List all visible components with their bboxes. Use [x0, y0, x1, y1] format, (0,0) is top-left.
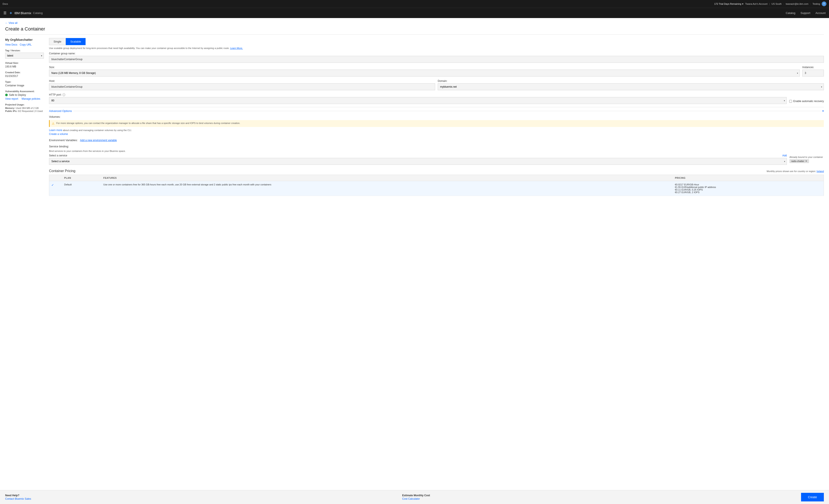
brand: ✦ IBM Bluemix Catalog	[9, 10, 43, 16]
public-ips-usage: Public IPs: 0/2 Requested | 0 Used	[5, 110, 44, 112]
volumes-learn-more-link[interactable]: Learn more	[49, 129, 62, 132]
projected-usage-section: Projected Usage: Memory: Used 384 MB of …	[5, 103, 44, 112]
pricing-table-body: ✓ Default Use one or more containers fre…	[49, 181, 824, 196]
back-icon: ←	[5, 22, 8, 25]
size-col: Size: Nano (128 MB Memory, 8 GB Storage)…	[49, 66, 800, 76]
pricing-col-plan: PLAN	[62, 175, 101, 181]
bound-service-name: radis-chatter	[791, 160, 804, 162]
size-label: Size:	[49, 66, 800, 69]
type-label: Type:	[5, 81, 44, 83]
manage-policies-link[interactable]: Manage policies	[22, 97, 40, 100]
http-col: HTTP port: i 80 ▾	[49, 93, 787, 104]
pricing-region: Monthly prices shown are for country or …	[767, 170, 824, 172]
learn-more-link[interactable]: Learn More.	[230, 47, 243, 49]
tab-scalable[interactable]: Scalable	[66, 38, 85, 45]
back-label: View all	[9, 22, 17, 25]
vuln-green-dot	[5, 94, 8, 96]
add-service-link[interactable]: Add	[782, 154, 787, 157]
service-binding-label: Service binding:	[49, 145, 824, 148]
domain-select[interactable]: mybluemix.net	[438, 83, 824, 90]
catalog-nav-label: Catalog	[33, 11, 43, 14]
service-label-row: Select a service Add	[49, 154, 787, 157]
pricing-region-text: Monthly prices shown are for country or …	[767, 170, 816, 172]
http-port-select[interactable]: 80	[49, 97, 787, 104]
domain-select-wrapper: mybluemix.net ▾	[438, 83, 824, 90]
pricing-title: Container Pricing	[49, 169, 75, 173]
docs-link[interactable]: Docs	[3, 3, 8, 5]
domain-col: Domain: mybluemix.net ▾	[438, 79, 824, 90]
auto-recovery-row: Enable automatic recovery	[789, 100, 824, 104]
http-row: HTTP port: i 80 ▾ Enable automatic recov	[49, 93, 824, 104]
back-link[interactable]: ← View all	[5, 22, 824, 25]
view-report-link[interactable]: View report	[5, 97, 18, 100]
domain-label: Domain:	[438, 79, 824, 82]
main-layout: My Org/bluechatter View Docs Copy URL Ta…	[5, 38, 824, 213]
host-label: Host:	[49, 79, 435, 82]
remove-bound-service-icon[interactable]: ✕	[805, 160, 807, 163]
container-group-name-input[interactable]	[49, 56, 824, 63]
created-date-value: 01/23/2017	[5, 75, 44, 78]
sidebar-org-path: My Org/bluechatter	[5, 38, 44, 41]
view-docs-link[interactable]: View Docs	[5, 43, 17, 46]
host-domain-row: Host: Domain: mybluemix.net ▾	[49, 79, 824, 90]
add-env-var-link[interactable]: Add a new environment variable	[80, 139, 117, 142]
advanced-options-chevron-icon: ▾	[822, 109, 824, 113]
pricing-table-row[interactable]: ✓ Default Use one or more containers fre…	[49, 181, 824, 196]
create-volume-link[interactable]: Create a volume	[49, 132, 824, 135]
memory-usage: Memory: Used 384 MB of 2 GB	[5, 107, 44, 109]
trial-days[interactable]: 172 Trial Days Remaining ▾	[714, 3, 744, 5]
virtual-size-value: 193.6 MB	[5, 65, 44, 68]
main-nav: ☰ ✦ IBM Bluemix Catalog Catalog Support …	[0, 8, 829, 18]
pricing-table: PLAN FEATURES PRICING ✓ Default Use one …	[49, 175, 824, 196]
page-title: Create a Container	[5, 26, 824, 35]
pricing-region-link[interactable]: Ireland	[817, 170, 824, 172]
type-section: Type: Container Image	[5, 81, 44, 87]
host-domain-section: Host: Domain: mybluemix.net ▾	[49, 79, 824, 90]
catalog-nav-link[interactable]: Catalog	[786, 11, 795, 14]
main-nav-left: ☰ ✦ IBM Bluemix Catalog	[3, 10, 43, 16]
virtual-size-label: Virtual Size:	[5, 62, 44, 64]
copy-url-link[interactable]: Copy URL	[20, 43, 32, 46]
support-nav-link[interactable]: Support	[800, 11, 810, 14]
auto-recovery-checkbox[interactable]	[789, 100, 792, 103]
env-vars-label: Environment Variables:	[49, 139, 78, 142]
instances-label: Instances:	[802, 66, 824, 69]
already-bound-label: Already bound to your container	[789, 156, 824, 158]
public-ips-value: 0/2 Requested | 0 Used	[18, 110, 43, 112]
pricing-col-check	[49, 175, 62, 181]
tag-version-select-wrapper[interactable]: latest ▾	[5, 53, 44, 59]
hamburger-icon[interactable]: ☰	[3, 11, 6, 15]
select-service-label: Select a service	[49, 154, 67, 157]
tab-group: Single Scalable	[49, 38, 824, 45]
host-col: Host:	[49, 79, 435, 90]
pricing-row-plan: Default	[62, 181, 101, 196]
testing-text: Testing	[813, 3, 820, 5]
tab-single[interactable]: Single	[49, 38, 66, 45]
service-row: Select a service Add Select a service ▾ …	[49, 154, 824, 165]
instances-input[interactable]	[802, 70, 824, 76]
service-select[interactable]: Select a service	[49, 158, 787, 165]
advanced-options-label: Advanced Options	[49, 109, 72, 113]
service-select-wrapper: Select a service ▾	[49, 158, 787, 165]
volumes-section: Volumes: ⚠ For more storage options, you…	[49, 115, 824, 135]
brand-name: IBM Bluemix	[14, 11, 31, 15]
size-select[interactable]: Nano (128 MB Memory, 8 GB Storage)	[49, 70, 800, 76]
advanced-options-toggle[interactable]: Advanced Options ▾	[49, 107, 824, 113]
vuln-links: View report Manage policies	[5, 97, 44, 100]
http-port-section: HTTP port: i 80 ▾ Enable automatic recov	[49, 93, 824, 104]
volumes-warning: ⚠ For more storage options, you can cont…	[49, 120, 824, 127]
vulnerability-status: Safe to Deploy	[9, 93, 26, 96]
http-port-info-icon[interactable]: i	[62, 93, 65, 96]
account-nav-link[interactable]: Account	[816, 11, 826, 14]
container-group-name-label: Container group name:	[49, 52, 824, 55]
avatar[interactable]: T	[822, 1, 826, 6]
pricing-row-check-icon: ✓	[51, 183, 54, 187]
trial-days-text: 172 Trial Days Remaining	[714, 3, 741, 5]
created-date-label: Created Date:	[5, 71, 44, 74]
tag-version-select[interactable]: latest	[5, 53, 44, 59]
sidebar: My Org/bluechatter View Docs Copy URL Ta…	[5, 38, 44, 213]
host-input[interactable]	[49, 83, 435, 90]
virtual-size-section: Virtual Size: 193.6 MB	[5, 62, 44, 68]
auto-recovery-label[interactable]: Enable automatic recovery	[793, 100, 824, 103]
service-select-col: Select a service Add Select a service ▾	[49, 154, 787, 165]
